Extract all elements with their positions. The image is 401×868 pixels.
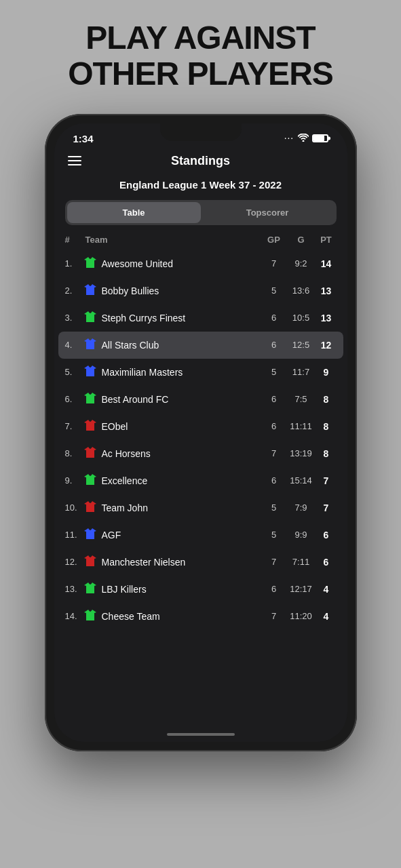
header-g: G (286, 235, 316, 245)
shirt-icon (81, 555, 99, 569)
row-g: 7:11 (286, 557, 316, 567)
team-name: Awesome United (99, 258, 262, 269)
row-pt: 4 (316, 584, 337, 595)
shirt-icon (81, 393, 99, 406)
team-name: Team John (99, 502, 262, 513)
table-row: 9. Excellence 6 15:14 7 (54, 467, 347, 494)
row-g: 13:6 (286, 285, 316, 296)
table-row: 4. All Stars Club 6 12:5 12 (58, 332, 343, 359)
hamburger-menu[interactable] (68, 156, 81, 165)
team-name: Bobby Bullies (99, 285, 262, 296)
row-g: 10:5 (286, 313, 316, 323)
tab-topscorer[interactable]: Topscorer (201, 202, 335, 223)
row-rank: 4. (65, 340, 81, 350)
app-header: Standings (54, 149, 347, 175)
row-rank: 6. (65, 394, 81, 404)
shirt-icon (81, 474, 99, 488)
row-pt: 14 (316, 258, 337, 269)
row-rank: 7. (65, 421, 81, 431)
status-time: 1:34 (73, 133, 94, 144)
team-name: All Stars Club (99, 340, 262, 351)
row-rank: 2. (65, 285, 81, 296)
shirt-icon (81, 501, 99, 515)
row-pt: 4 (316, 611, 337, 622)
row-pt: 6 (316, 557, 337, 568)
team-name: AGF (99, 530, 262, 540)
row-pt: 6 (316, 530, 337, 540)
row-rank: 10. (65, 502, 81, 513)
team-name: Best Around FC (99, 394, 262, 405)
row-g: 11:11 (286, 421, 316, 431)
header-rank: # (65, 235, 81, 245)
team-name: Excellence (99, 475, 262, 486)
row-gp: 5 (262, 367, 286, 377)
row-pt: 8 (316, 394, 337, 405)
row-gp: 7 (262, 611, 286, 621)
row-g: 12:17 (286, 584, 316, 594)
row-rank: 3. (65, 313, 81, 323)
row-g: 9:2 (286, 258, 316, 269)
table-row: 5. Maximilian Masters 5 11:7 9 (54, 359, 347, 386)
shirt-icon (81, 284, 99, 298)
header-gp: GP (262, 235, 286, 245)
shirt-icon (81, 583, 99, 596)
home-bar (167, 733, 235, 736)
signal-dots: ··· (284, 135, 294, 142)
table-row: 13. LBJ Killers 6 12:17 4 (54, 576, 347, 603)
row-rank: 11. (65, 530, 81, 540)
table-row: 3. Steph Currys Finest 6 10:5 13 (54, 304, 347, 332)
shirt-icon (81, 528, 99, 542)
shirt-icon (81, 610, 99, 623)
row-rank: 8. (65, 448, 81, 458)
table-row: 11. AGF 5 9:9 6 (54, 521, 347, 549)
app-title: Standings (171, 154, 230, 168)
row-gp: 5 (262, 285, 286, 296)
row-gp: 6 (262, 313, 286, 323)
row-rank: 9. (65, 475, 81, 486)
row-gp: 7 (262, 557, 286, 567)
row-gp: 7 (262, 448, 286, 458)
row-rank: 12. (65, 557, 81, 567)
row-pt: 8 (316, 448, 337, 459)
shirt-icon (81, 447, 99, 460)
row-pt: 9 (316, 367, 337, 378)
tab-bar: Table Topscorer (65, 200, 337, 225)
table-row: 10. Team John 5 7:9 7 (54, 494, 347, 521)
standings-list: 1. Awesome United 7 9:2 14 2. Bobby Bull… (54, 250, 347, 727)
wifi-icon (298, 134, 309, 144)
shirt-icon (81, 311, 99, 325)
table-row: 2. Bobby Bullies 5 13:6 13 (54, 277, 347, 304)
team-name: LBJ Killers (99, 584, 262, 595)
row-gp: 5 (262, 502, 286, 513)
league-title: England League 1 Week 37 - 2022 (54, 175, 347, 200)
row-pt: 13 (316, 313, 337, 323)
row-gp: 6 (262, 584, 286, 594)
home-indicator (54, 727, 347, 742)
table-row: 14. Cheese Team 7 11:20 4 (54, 603, 347, 630)
table-row: 12. Manchester Nielsen 7 7:11 6 (54, 549, 347, 576)
team-name: Steph Currys Finest (99, 313, 262, 323)
team-name: Manchester Nielsen (99, 557, 262, 568)
shirt-icon (81, 420, 99, 433)
row-rank: 5. (65, 367, 81, 377)
row-gp: 6 (262, 340, 286, 350)
row-rank: 14. (65, 611, 81, 621)
team-name: Cheese Team (99, 611, 262, 622)
table-row: 1. Awesome United 7 9:2 14 (54, 250, 347, 277)
row-rank: 1. (65, 258, 81, 269)
page-headline: PLAY AGAINST OTHER PLAYERS (68, 20, 333, 92)
shirt-icon (81, 257, 99, 271)
row-rank: 13. (65, 584, 81, 594)
row-g: 9:9 (286, 530, 316, 540)
row-pt: 8 (316, 421, 337, 432)
row-g: 7:5 (286, 394, 316, 404)
row-gp: 6 (262, 394, 286, 404)
table-row: 7. EObel 6 11:11 8 (54, 413, 347, 440)
phone-frame: 1:34 ··· Standings England League 1 (45, 114, 357, 751)
tab-table[interactable]: Table (67, 202, 201, 223)
header-pt: PT (316, 235, 337, 245)
row-g: 15:14 (286, 475, 316, 486)
shirt-icon (81, 366, 99, 379)
row-gp: 5 (262, 530, 286, 540)
row-g: 7:9 (286, 502, 316, 513)
